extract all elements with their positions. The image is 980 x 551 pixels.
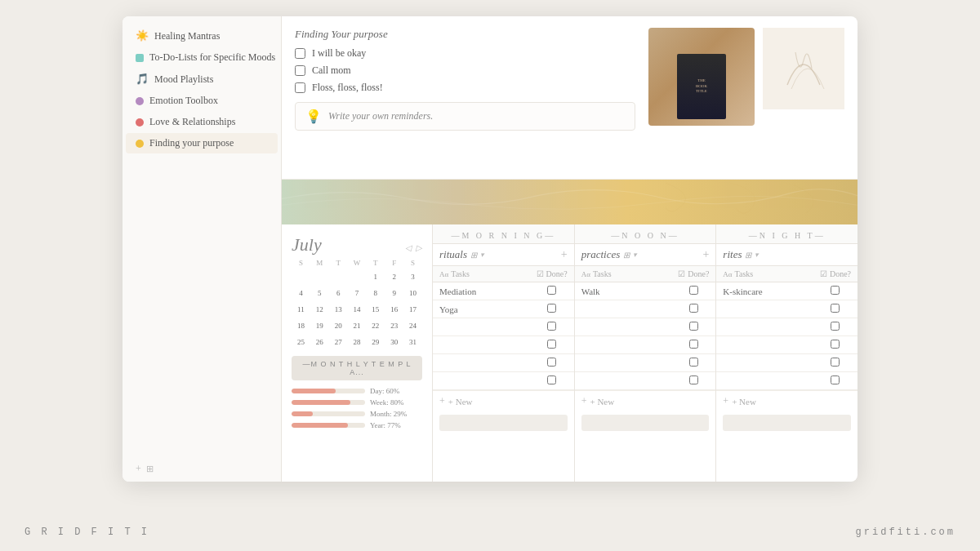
cal-header: S M T W T F S [292,259,422,267]
sidebar-item-healing-mantras[interactable]: ☀️ Healing Mantras [126,25,278,47]
cal-day[interactable]: 5 [312,286,327,300]
done-icon-night: ☑ [820,269,827,278]
done-checkbox[interactable] [831,340,840,349]
done-checkbox[interactable] [547,304,556,313]
done-checkbox[interactable] [547,375,556,384]
sidebar-item-emotion-toolbox[interactable]: Emotion Toolbox [126,91,278,111]
done-checkbox[interactable] [689,340,698,349]
cal-prev-arrow[interactable]: ◁ [405,243,412,252]
cal-day[interactable]: 7 [350,286,364,300]
done-checkbox[interactable] [547,340,556,349]
day-fri: F [385,259,403,267]
cal-day[interactable]: 9 [387,286,402,300]
done-icon: ☑ [537,269,544,278]
cal-day[interactable]: 14 [350,302,364,317]
cal-day[interactable]: 24 [406,318,421,333]
cal-day[interactable]: 21 [350,318,364,333]
night-chevron[interactable]: ▾ [755,251,759,259]
top-section: Finding Your purpose I will be okay Call… [282,16,858,180]
task-cell [575,300,672,318]
cal-next-arrow[interactable]: ▷ [416,243,422,252]
calendar-title: July ◁ ▷ [292,234,422,256]
done-cell [530,372,574,390]
done-checkbox[interactable] [547,358,556,367]
cal-day[interactable]: 29 [368,335,383,349]
cal-day[interactable]: 10 [406,286,421,300]
done-checkbox[interactable] [831,286,840,295]
cal-day[interactable]: 8 [368,286,383,300]
cal-day[interactable]: 22 [368,318,383,333]
cal-day[interactable]: 11 [293,302,308,317]
noon-grid-icon[interactable]: ⊞ [623,251,630,260]
cal-day[interactable]: 12 [312,302,327,317]
sidebar-item-todo-lists[interactable]: To-Do-Lists for Specific Moods [126,47,278,68]
morning-chevron[interactable]: ▾ [480,251,484,259]
progress-row: Month: 29% [292,410,422,418]
monthly-template-button[interactable]: —M O N T H L Y T E M P L A... [292,356,422,380]
task-cell [575,318,672,336]
cal-day[interactable]: 1 [368,269,383,284]
night-grid-icon[interactable]: ⊞ [745,251,751,260]
cal-day[interactable]: 15 [368,302,383,317]
cal-day[interactable]: 17 [406,302,421,317]
cal-day[interactable]: 30 [387,335,402,349]
done-checkbox[interactable] [689,375,698,384]
done-checkbox[interactable] [547,322,556,331]
cal-day[interactable]: 4 [293,286,308,300]
morning-grid-icon[interactable]: ⊞ [470,251,477,260]
cal-day[interactable]: 28 [350,335,364,349]
cal-day[interactable]: 19 [312,318,327,333]
done-checkbox[interactable] [689,286,698,295]
noon-chevron[interactable]: ▾ [633,251,637,259]
progress-bar-inner [292,389,336,393]
sidebar-item-love-relationships[interactable]: Love & Relationships [126,112,278,132]
done-checkbox[interactable] [831,304,840,313]
checklist-area: Finding Your purpose I will be okay Call… [295,24,635,171]
cal-days: 1234567891011121314151617181920212223242… [292,269,422,349]
cal-day[interactable]: 13 [331,302,345,317]
cal-day[interactable]: 25 [293,335,308,349]
cal-day[interactable]: 2 [387,269,402,284]
cal-day[interactable]: 16 [387,302,402,317]
noon-add-icon[interactable]: + [702,248,709,261]
morning-add-new[interactable]: + + New [433,390,574,411]
cal-day[interactable]: 31 [406,335,421,349]
done-checkbox[interactable] [547,286,556,295]
night-add-new[interactable]: + + New [716,390,858,411]
done-cell [530,336,574,354]
tasks-icon-noon: Aα [581,270,590,278]
morning-add-icon[interactable]: + [561,248,568,261]
outer-frame: ☀️ Healing Mantras To-Do-Lists for Speci… [0,0,980,551]
sidebar-item-mood-playlists[interactable]: 🎵 Mood Playlists [126,69,278,90]
done-checkbox[interactable] [831,375,840,384]
progress-label: Week: 80% [370,398,404,407]
book-img-bg: THEBOOKTITLE [648,28,755,126]
noon-add-new[interactable]: + + New [575,390,716,411]
cal-day[interactable]: 26 [312,335,327,349]
done-checkbox[interactable] [689,322,698,331]
table-row [575,372,716,390]
sidebar-item-finding-purpose[interactable]: Finding your purpose [126,133,278,153]
noon-col-done: ☑ Done? [671,266,715,282]
done-checkbox[interactable] [831,358,840,367]
cal-day[interactable]: 6 [331,286,345,300]
morning-name-text: rituals [439,248,467,261]
done-checkbox[interactable] [689,358,698,367]
checkbox-1[interactable] [295,48,305,59]
progress-bar-inner [292,423,348,428]
progress-label: Day: 60% [370,387,399,395]
task-cell [433,318,530,336]
cal-day[interactable]: 27 [331,335,345,349]
done-checkbox[interactable] [689,304,698,313]
bottom-section: July ◁ ▷ S M T W T F [282,224,858,482]
cal-day[interactable]: 18 [293,318,308,333]
checkbox-3[interactable] [295,82,305,93]
check-item-label: I will be okay [312,47,366,60]
done-checkbox[interactable] [831,322,840,331]
cal-day[interactable]: 23 [387,318,402,333]
day-tue: T [329,259,348,267]
cal-day[interactable]: 3 [406,269,421,284]
checkbox-2[interactable] [295,65,305,76]
purpose-icon [136,140,144,148]
cal-day[interactable]: 20 [331,318,345,333]
